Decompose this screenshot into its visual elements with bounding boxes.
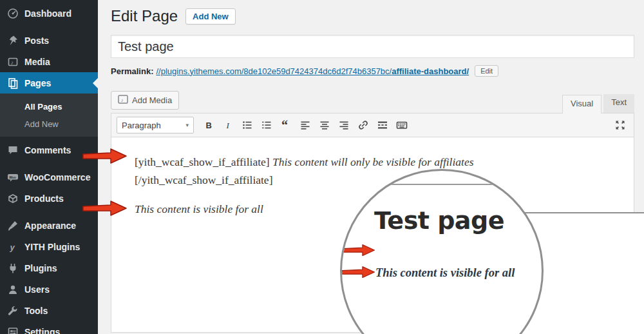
box-icon xyxy=(7,193,19,204)
permalink-edit-button[interactable]: Edit xyxy=(475,65,498,77)
pin-icon xyxy=(7,35,19,46)
chevron-down-icon: ▾ xyxy=(185,122,189,128)
svg-text:♪: ♪ xyxy=(11,59,14,65)
admin-sidebar: Dashboard Posts ♪ Media Pages All Pages … xyxy=(0,0,98,334)
red-arrow-public-text xyxy=(82,200,128,217)
sidebar-item-posts[interactable]: Posts xyxy=(0,30,98,51)
permalink-link[interactable]: //plugins.yithemes.com/8de102e59d7424374… xyxy=(156,66,469,76)
dashboard-icon xyxy=(7,8,19,19)
fullscreen-button[interactable] xyxy=(611,117,629,133)
editor-paragraph-shortcode: [yith_wcaf_show_if_affiliate] This conte… xyxy=(135,153,621,189)
sidebar-item-tools[interactable]: Tools xyxy=(0,300,98,321)
permalink-url-base: //plugins.yithemes.com/8de102e59d7424374… xyxy=(156,66,392,76)
format-dropdown-value: Paragraph xyxy=(122,121,161,130)
sidebar-item-label: Posts xyxy=(24,35,49,46)
permalink-row: Permalink: //plugins.yithemes.com/8de102… xyxy=(111,64,634,78)
sidebar-item-yith-plugins[interactable]: y YITH Plugins xyxy=(0,236,98,257)
red-arrow-hidden-content xyxy=(341,243,375,257)
user-icon xyxy=(7,284,19,295)
bold-button[interactable]: B xyxy=(200,117,217,133)
plug-icon xyxy=(7,262,19,274)
sidebar-item-label: WooCommerce xyxy=(24,172,90,182)
read-more-button[interactable] xyxy=(374,117,391,133)
shortcode-open: [yith_wcaf_show_if_affiliate] xyxy=(135,155,270,168)
sidebar-item-label: Users xyxy=(24,284,50,295)
svg-text:Woo: Woo xyxy=(9,175,16,179)
numbered-list-button[interactable] xyxy=(258,117,275,133)
sidebar-item-label: YITH Plugins xyxy=(24,242,80,252)
sidebar-item-label: Dashboard xyxy=(24,8,71,19)
media-icon: ♪ xyxy=(7,56,19,68)
woocommerce-icon: Woo xyxy=(7,172,19,183)
italic-button[interactable]: I xyxy=(219,117,236,133)
sidebar-item-plugins[interactable]: Plugins xyxy=(0,257,98,279)
shortcode-close: [/yith_wcaf_show_if_affiliate] xyxy=(135,173,272,186)
sidebar-item-label: Products xyxy=(24,193,64,204)
pages-submenu: All Pages Add New xyxy=(0,93,98,137)
sidebar-item-label: Pages xyxy=(24,78,51,88)
sidebar-item-all-pages[interactable]: All Pages xyxy=(0,98,98,115)
toolbar-toggle-keyboard-button[interactable] xyxy=(393,117,410,133)
page-header: Edit Page Add New xyxy=(98,0,644,26)
tab-text[interactable]: Text xyxy=(603,94,634,113)
sidebar-item-label: Media xyxy=(24,57,50,67)
svg-text:♪: ♪ xyxy=(121,97,124,103)
add-new-button[interactable]: Add New xyxy=(185,8,236,25)
settings-icon xyxy=(7,326,19,334)
brush-icon xyxy=(7,220,19,231)
sidebar-item-label: Tools xyxy=(24,306,48,316)
sidebar-item-settings[interactable]: Settings xyxy=(0,321,98,334)
svg-text:B: B xyxy=(205,121,211,130)
red-arrow-shortcode xyxy=(82,148,128,164)
permalink-url-slug: affiliate-dashboard/ xyxy=(392,66,469,76)
svg-text:“: “ xyxy=(281,119,288,131)
pages-icon xyxy=(7,77,19,89)
add-media-button[interactable]: ♪ Add Media xyxy=(111,91,179,110)
sidebar-item-users[interactable]: Users xyxy=(0,279,98,300)
sidebar-item-label: Comments xyxy=(24,145,71,155)
sidebar-item-label: Plugins xyxy=(24,263,57,273)
sidebar-item-appearance[interactable]: Appearance xyxy=(0,215,98,236)
format-dropdown[interactable]: Paragraph ▾ xyxy=(117,117,194,133)
editor-mode-tabs: Visual Text xyxy=(560,94,634,113)
red-arrow-visible-content xyxy=(341,264,375,280)
align-left-button[interactable] xyxy=(296,117,314,133)
affiliate-only-text: This content will only be visible for af… xyxy=(272,155,474,168)
add-media-icon: ♪ xyxy=(118,95,128,106)
align-right-button[interactable] xyxy=(335,117,352,133)
sidebar-item-label: Appearance xyxy=(24,221,76,231)
screenshot-edge-line xyxy=(515,212,644,213)
yith-icon: y xyxy=(7,241,19,253)
link-button[interactable] xyxy=(354,117,372,133)
editor-media-row: ♪ Add Media Visual Text xyxy=(111,91,634,113)
sidebar-item-dashboard[interactable]: Dashboard xyxy=(0,3,98,24)
comment-icon xyxy=(7,144,19,156)
sidebar-item-add-new-page[interactable]: Add New xyxy=(0,115,98,133)
magnified-page-heading: Test page xyxy=(374,206,504,235)
tab-visual[interactable]: Visual xyxy=(562,95,601,113)
wrench-icon xyxy=(7,305,19,317)
svg-text:I: I xyxy=(225,121,229,130)
sidebar-item-pages[interactable]: Pages xyxy=(0,72,98,93)
align-center-button[interactable] xyxy=(316,117,333,133)
permalink-label: Permalink: xyxy=(111,66,153,76)
title-field-wrap xyxy=(111,35,634,58)
editor-toolbar: Paragraph ▾ B I “ xyxy=(111,113,634,137)
blockquote-button[interactable]: “ xyxy=(277,117,294,133)
sidebar-item-media[interactable]: ♪ Media xyxy=(0,51,98,72)
magnified-visible-text: This content is visible for all xyxy=(375,266,515,280)
page-title: Edit Page xyxy=(111,6,178,26)
add-media-label: Add Media xyxy=(132,95,172,105)
sidebar-item-label: Settings xyxy=(24,327,60,334)
bullet-list-button[interactable] xyxy=(238,117,256,133)
svg-text:y: y xyxy=(10,242,15,251)
post-title-input[interactable] xyxy=(111,35,634,58)
sidebar-item-woocommerce[interactable]: Woo WooCommerce xyxy=(0,166,98,188)
